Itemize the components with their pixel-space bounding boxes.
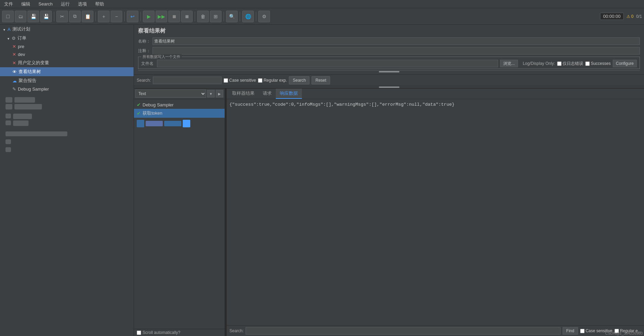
tree-item-get-token[interactable]: ✔ 获取token [134,109,225,118]
remove-button[interactable]: − [111,11,122,22]
blurred-10 [5,139,11,144]
dev-icon: ✕ [12,52,16,57]
file-label: 文件名 [141,61,154,67]
tree-expand-btn[interactable]: ▶ [216,90,223,97]
comment-label: 注释： [138,48,150,54]
blurred-7 [5,120,11,125]
add-button[interactable]: + [98,11,110,22]
case-sensitive-label[interactable]: Case sensitive [224,78,256,83]
menu-edit[interactable]: 编辑 [20,0,32,8]
new-icon: □ [6,13,10,20]
clear-button[interactable]: 🗑 [197,11,209,22]
sidebar-item-user-vars[interactable]: ✕ 用户定义的变量 [0,58,134,67]
reset-button[interactable]: Reset [312,76,330,84]
bottom-search-input[interactable] [246,327,560,335]
run-button[interactable]: ▶ [143,11,155,22]
cut-button[interactable]: ✂ [56,11,68,22]
tab-sampler-results[interactable]: 取样器结果 [228,89,259,99]
menu-run[interactable]: 运行 [59,0,71,8]
sidebar-item-debug-sampler[interactable]: ✎ Debug Sampler [0,85,134,93]
menu-search[interactable]: Search [37,1,54,7]
save-as-button[interactable]: 💾 [40,11,52,22]
cut-icon: ✂ [60,14,64,19]
paste-button[interactable]: 📋 [82,11,93,22]
sidebar-item-test-plan[interactable]: A 测试计划 [0,25,134,34]
panel-header: 察看结果树 名称： 注释： 所有数据写入一个文件 文件名 浏览... Log/D… [134,25,644,75]
type-dropdown[interactable]: Text [135,90,206,98]
tree-item-debug-sampler[interactable]: ✔ Debug Sampler [134,101,225,109]
menu-help[interactable]: 帮助 [94,0,105,8]
watermark: CSDN@z_354226980 [605,331,643,335]
blurred-8 [13,120,29,126]
new-test-button[interactable]: □ [2,11,14,22]
sidebar-item-agg-report[interactable]: ☁ 聚合报告 [0,76,134,85]
sidebar-item-order[interactable]: ⚙ 订单 [0,34,134,43]
main-layout: A 测试计划 ⚙ 订单 ✕ pre ✕ dev ✕ 用户定义的变量 👁 查看结果… [0,25,644,336]
file-section-title: 所有数据写入一个文件 [141,54,182,59]
regular-exp-label[interactable]: Regular exp. [258,78,287,83]
user-vars-icon: ✕ [12,60,16,66]
sidebar-label-dev: dev [18,52,25,57]
blurred-sel-3 [164,121,181,126]
search-input[interactable] [153,77,222,84]
run-all-button[interactable]: ▶▶ [156,11,167,22]
menu-file[interactable]: 文件 [3,0,14,8]
remote-button[interactable]: 🌐 [242,11,254,22]
search-button[interactable]: Search [289,76,309,84]
undo-icon: ↩ [131,14,135,19]
sidebar-label-pre: pre [18,44,24,49]
scroll-auto-checkbox[interactable] [137,331,141,335]
regular-exp-checkbox[interactable] [258,78,262,83]
tree-label-get-token: 获取token [143,110,162,116]
menu-bar: 文件 编辑 Search 运行 选项 帮助 [0,0,644,8]
run-all-icon: ▶▶ [158,14,165,19]
open-button[interactable]: 🗂 [15,11,26,22]
tree-collapse-btn[interactable]: ▼ [207,90,215,97]
case-sensitive-checkbox[interactable] [224,78,228,83]
find-button[interactable]: Find [563,327,578,335]
search-label: Search: [137,78,151,83]
name-input[interactable] [152,37,640,45]
tab-response-data[interactable]: 响应数据 [276,89,302,99]
stop-now-button[interactable]: ⏹ [181,11,193,22]
file-input[interactable] [157,60,498,67]
expand-button[interactable]: ⊞ [210,11,222,22]
blurred-5 [5,114,11,118]
search-toolbar-button[interactable]: 🔍 [226,11,238,22]
stop-button[interactable]: ⏹ [168,11,180,22]
tab-request[interactable]: 请求 [259,89,276,99]
sidebar-item-dev[interactable]: ✕ dev [0,50,134,58]
settings-button[interactable]: ⚙ [258,11,270,22]
log-errors-checkbox-label[interactable]: 仅日志错误 [557,61,583,67]
save-button[interactable]: 💾 [27,11,39,22]
successes-checkbox-label[interactable]: Successes [585,61,611,66]
bottom-case-sensitive-checkbox[interactable] [580,329,585,333]
undo-button[interactable]: ↩ [127,11,138,22]
successes-checkbox[interactable] [585,61,590,66]
toolbar: □ 🗂 💾 💾 ✂ ⧉ 📋 + − ↩ ▶ ▶▶ ⏹ ⏹ 🗑 [0,8,644,25]
sidebar-label-view-results: 查看结果树 [19,69,41,75]
sidebar-item-view-results[interactable]: 👁 查看结果树 [0,67,134,76]
scroll-indicator[interactable] [138,70,640,72]
scroll-auto-label: Scroll automatically? [143,330,180,335]
blurred-9 [5,131,67,136]
toolbar-sep-3 [124,12,125,21]
remove-icon: − [115,14,118,19]
log-errors-checkbox[interactable] [557,61,562,66]
configure-button[interactable]: Configure [613,60,637,67]
comment-input[interactable] [152,47,640,55]
warning-icon: ⚠ [626,14,630,19]
blurred-sel-2 [146,121,163,126]
copy-button[interactable]: ⧉ [69,11,81,22]
menu-options[interactable]: 选项 [77,0,88,8]
arrow-icon-order [7,36,10,41]
blurred-2 [14,97,35,103]
sidebar-item-pre[interactable]: ✕ pre [0,43,134,50]
paste-icon: 📋 [85,14,91,19]
sidebar-label-order: 订单 [18,35,26,41]
toolbar-sep-2 [95,12,96,21]
toolbar-sep-6 [224,12,224,21]
browse-button[interactable]: 浏览... [500,60,518,67]
toolbar-sep-5 [195,12,195,21]
log-errors-label: 仅日志错误 [563,61,583,67]
